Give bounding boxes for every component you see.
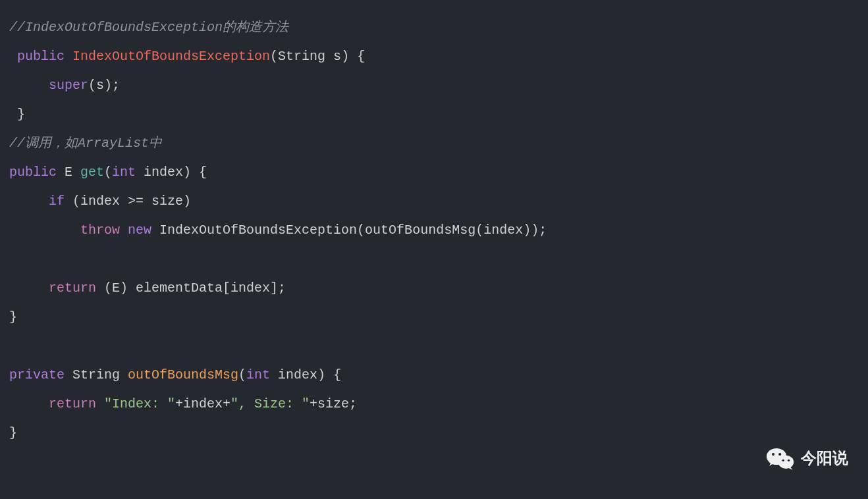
return-expr: (E) elementData[index]; xyxy=(96,280,286,296)
exception-call: IndexOutOfBoundsException(outOfBoundsMsg… xyxy=(159,223,547,238)
keyword-if: if xyxy=(49,194,65,209)
comment-1: //IndexOutOfBoundsException的构造方法 xyxy=(9,20,288,35)
paren: ) xyxy=(183,165,191,180)
keyword-public: public xyxy=(9,165,65,180)
type-string: String xyxy=(72,367,128,382)
code-line-13: private String outOfBoundsMsg(int index)… xyxy=(9,361,859,390)
class-name: IndexOutOfBoundsException xyxy=(72,49,270,64)
method-name: outOfBoundsMsg xyxy=(128,367,238,382)
method-name: get xyxy=(80,165,104,180)
code-line-7: if (index >= size) xyxy=(9,187,859,216)
string-literal: "Index: " xyxy=(104,396,175,411)
condition: (index >= size) xyxy=(65,194,191,209)
code-line-11: } xyxy=(9,303,859,332)
svg-point-4 xyxy=(782,460,784,461)
code-line-9 xyxy=(9,245,859,274)
paren: ) xyxy=(341,49,349,64)
brace: { xyxy=(349,49,365,64)
code-line-1: //IndexOutOfBoundsException的构造方法 xyxy=(9,13,859,42)
comment-2: //调用，如ArrayList中 xyxy=(9,136,162,151)
code-line-3: super(s); xyxy=(9,71,859,100)
type-generic: E xyxy=(65,165,80,180)
svg-point-5 xyxy=(788,460,790,461)
concat: +index+ xyxy=(175,396,231,411)
watermark: 今阳说 xyxy=(767,444,848,473)
keyword-new: new xyxy=(128,223,159,238)
brace: { xyxy=(325,367,341,382)
keyword-return: return xyxy=(49,396,104,411)
code-line-2: public IndexOutOfBoundsException(String … xyxy=(9,42,859,71)
paren: ( xyxy=(104,165,112,180)
concat: +size; xyxy=(310,396,357,411)
keyword-public: public xyxy=(9,49,72,64)
type-string: String xyxy=(278,49,325,64)
indent xyxy=(9,194,49,209)
code-block: //IndexOutOfBoundsException的构造方法 public … xyxy=(9,13,859,448)
keyword-super: super xyxy=(49,78,88,93)
watermark-text: 今阳说 xyxy=(801,444,848,473)
paren: ) xyxy=(317,367,325,382)
indent xyxy=(9,396,49,411)
paren: ( xyxy=(238,367,246,382)
wechat-icon xyxy=(767,446,794,470)
param: index xyxy=(270,367,317,382)
param: s xyxy=(325,49,341,64)
paren: ( xyxy=(270,49,278,64)
brace: { xyxy=(191,165,207,180)
brace: } xyxy=(9,309,17,325)
string-literal: ", Size: " xyxy=(231,396,310,411)
keyword-int: int xyxy=(246,367,270,382)
param: index xyxy=(136,165,183,180)
indent xyxy=(9,78,49,93)
code-line-6: public E get(int index) { xyxy=(9,158,859,187)
code-line-5: //调用，如ArrayList中 xyxy=(9,129,859,158)
keyword-return: return xyxy=(49,280,96,296)
svg-point-3 xyxy=(778,456,794,469)
svg-point-1 xyxy=(772,453,774,456)
svg-point-2 xyxy=(778,453,781,456)
brace: } xyxy=(9,425,17,440)
code-line-15: } xyxy=(9,419,859,448)
code-line-12 xyxy=(9,332,859,361)
code-line-4: } xyxy=(9,100,859,129)
brace: } xyxy=(9,107,25,122)
keyword-throw: throw xyxy=(80,223,128,238)
indent xyxy=(9,223,80,238)
keyword-private: private xyxy=(9,367,72,382)
keyword-int: int xyxy=(112,165,136,180)
indent xyxy=(9,280,49,296)
call: (s); xyxy=(88,78,120,93)
code-line-8: throw new IndexOutOfBoundsException(outO… xyxy=(9,216,859,245)
code-line-10: return (E) elementData[index]; xyxy=(9,274,859,303)
code-line-14: return "Index: "+index+", Size: "+size; xyxy=(9,390,859,419)
